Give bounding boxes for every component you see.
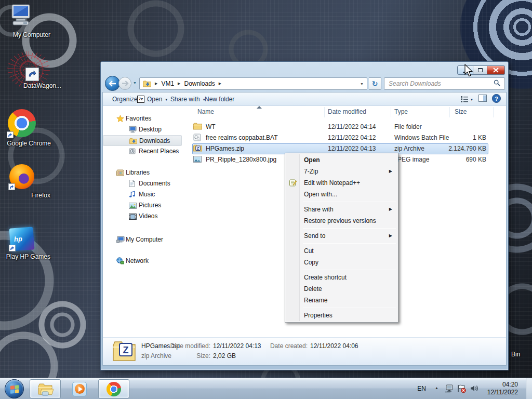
show-hidden-icons-icon[interactable]: ▲ — [435, 386, 438, 390]
image-file-icon — [193, 155, 202, 166]
sidebar-item-favorites[interactable]: Favorites — [103, 113, 186, 124]
column-divider[interactable] — [449, 107, 450, 117]
preview-pane-icon — [478, 95, 487, 102]
sidebar-item-music[interactable]: Music — [103, 189, 186, 200]
sidebar-label: Pictures — [139, 202, 161, 209]
breadcrumb-arrow-icon: ▶ — [155, 82, 157, 86]
column-divider[interactable] — [324, 107, 325, 117]
menu-item-open-with[interactable]: Open with... — [286, 189, 397, 200]
sidebar-item-network[interactable]: Network — [103, 256, 186, 267]
column-header-date-modified[interactable]: Date modified — [328, 108, 366, 115]
help-button[interactable]: ? — [492, 94, 501, 104]
network-tray-icon[interactable] — [445, 384, 454, 394]
column-header-type[interactable]: Type — [394, 108, 408, 115]
views-button[interactable]: ▼ — [461, 96, 473, 102]
menu-label: 7-Zip — [304, 168, 318, 175]
file-name: WT — [206, 122, 216, 132]
details-size-value: 2,02 GB — [213, 352, 236, 360]
sidebar-item-videos[interactable]: Videos — [103, 211, 186, 222]
my-computer-icon — [9, 3, 35, 30]
file-size: 2.124.790 KB — [448, 143, 486, 154]
details-modified-value: 12/11/2022 04:13 — [213, 342, 261, 350]
sidebar-item-downloads[interactable]: Downloads — [103, 135, 182, 146]
menu-item-restore-previous-versions[interactable]: Restore previous versions — [286, 215, 397, 227]
taskbar-chrome-button[interactable] — [98, 379, 129, 398]
menu-item-create-shortcut[interactable]: Create shortcut — [286, 272, 397, 283]
menu-item-rename[interactable]: Rename — [286, 295, 397, 306]
sidebar-item-documents[interactable]: Documents — [103, 178, 186, 189]
close-button[interactable] — [487, 65, 505, 75]
menu-item-share-with[interactable]: Share with▶ — [286, 204, 397, 215]
address-bar[interactable]: ▶ VM1 ▶ Downloads ▶ ▼ — [139, 77, 367, 90]
taskbar-clock[interactable]: 04:20 12/11/2022 — [481, 381, 518, 396]
column-divider[interactable] — [391, 107, 391, 117]
details-created-label: Date created: — [256, 342, 308, 350]
column-divider[interactable] — [493, 107, 494, 117]
volume-icon[interactable] — [470, 384, 479, 394]
taskbar-explorer-button[interactable] — [30, 379, 61, 398]
chrome-icon — [8, 109, 36, 137]
desktop-icon-my-computer[interactable]: My Computer — [0, 3, 45, 30]
views-icon — [461, 96, 468, 102]
sidebar-item-libraries[interactable]: Libraries — [103, 167, 186, 178]
breadcrumb-vm1[interactable]: VM1 — [161, 80, 174, 87]
desktop-icon-firefox[interactable]: Firefox — [0, 164, 45, 191]
forward-button[interactable] — [118, 77, 131, 90]
column-headers: Name Date modified Type Size — [186, 106, 506, 118]
refresh-button[interactable]: ↻ — [369, 77, 381, 90]
file-row-wt[interactable]: WT 12/11/2022 04:14 File folder — [186, 122, 506, 132]
recycle-bin-label[interactable]: Bin — [511, 351, 520, 358]
search-icon[interactable] — [494, 79, 500, 88]
maximize-button[interactable] — [473, 65, 487, 75]
menu-separator — [303, 270, 396, 270]
history-chevron-icon[interactable]: ▼ — [133, 81, 137, 85]
menu-label: Open with... — [304, 191, 337, 198]
language-indicator[interactable]: EN — [417, 385, 426, 392]
breadcrumb-downloads[interactable]: Downloads — [184, 80, 215, 87]
preview-pane-button[interactable] — [478, 95, 487, 103]
show-desktop-button[interactable] — [526, 378, 532, 399]
new-folder-button[interactable]: New folder — [203, 92, 236, 105]
film-icon — [129, 212, 137, 223]
menu-item-cut[interactable]: Cut — [286, 245, 397, 257]
sidebar-item-recent-places[interactable]: Recent Places — [103, 146, 186, 157]
datawagon-icon — [25, 68, 39, 81]
folder-icon — [193, 123, 202, 134]
window-titlebar[interactable] — [101, 62, 508, 75]
column-header-name[interactable]: Name — [197, 108, 214, 115]
sidebar-item-my-computer[interactable]: My Computer — [103, 234, 186, 245]
open-label: Open — [147, 96, 162, 103]
menu-item-send-to[interactable]: Send to▶ — [286, 230, 397, 242]
desktop-icon-google-chrome[interactable]: Google Chrome — [0, 109, 45, 139]
menu-item-open[interactable]: Open — [286, 154, 397, 166]
menu-item-7zip[interactable]: 7-Zip▶ — [286, 166, 397, 177]
desktop-icon-datawagon[interactable]: DataWagon... — [10, 68, 54, 81]
start-button[interactable] — [5, 379, 24, 398]
action-center-flag-icon[interactable] — [457, 384, 467, 395]
column-header-size[interactable]: Size — [455, 108, 467, 115]
menu-item-delete[interactable]: Delete — [286, 283, 397, 295]
forward-arrow-icon — [122, 81, 129, 86]
search-input-placeholder[interactable]: Search Downloads — [389, 80, 441, 87]
file-name: HPGames.zip — [206, 143, 244, 154]
back-button[interactable] — [105, 76, 120, 91]
menu-label: Open — [304, 156, 320, 164]
open-button[interactable]: 7z Open▼ — [135, 92, 170, 105]
sidebar-item-desktop[interactable]: Desktop — [103, 124, 186, 135]
menu-item-copy[interactable]: Copy — [286, 257, 397, 268]
sidebar-item-pictures[interactable]: Pictures — [103, 200, 186, 211]
share-with-button[interactable]: Share with▼ — [168, 92, 208, 105]
file-row-bat[interactable]: free realms coppabat.BAT 12/11/2022 04:1… — [186, 132, 506, 143]
taskbar-media-player-button[interactable] — [64, 379, 95, 398]
search-box[interactable]: Search Downloads — [384, 77, 505, 90]
desktop-icon-play-hp-games[interactable]: hp Play HP Games — [0, 228, 45, 252]
file-size: 1 KB — [473, 132, 486, 143]
address-dropdown-icon[interactable]: ▼ — [360, 82, 364, 86]
menu-item-properties[interactable]: Properties — [286, 310, 397, 321]
file-type: JPEG image — [394, 154, 429, 165]
sidebar-label: Documents — [139, 180, 170, 187]
menu-separator — [303, 228, 396, 229]
menu-item-edit-with-notepadpp[interactable]: Edit with Notepad++ — [286, 177, 397, 189]
desktop-icon-label: Play HP Games — [0, 253, 50, 260]
clock-date: 12/11/2022 — [481, 389, 518, 396]
